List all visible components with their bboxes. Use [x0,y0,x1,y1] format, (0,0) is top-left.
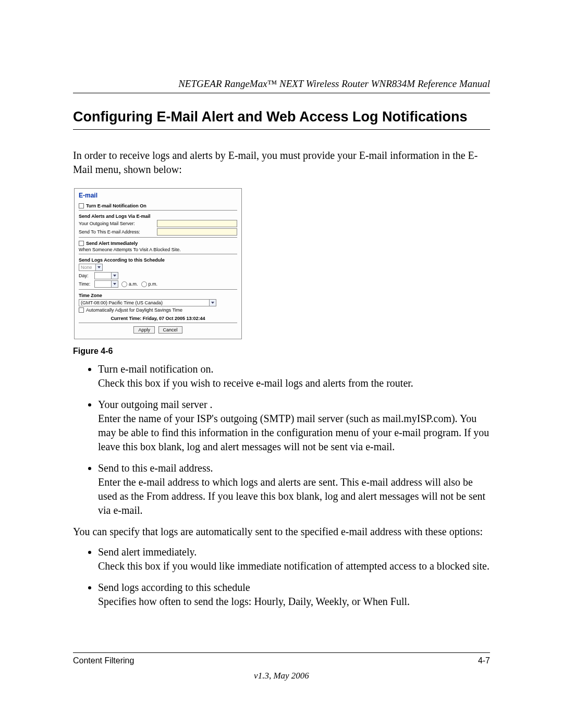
heading-send-alerts-logs: Send Alerts and Logs Via E-mail [79,214,237,219]
bullet-head: Turn e-mail notification on. [98,363,213,375]
footer-left: Content Filtering [73,656,134,665]
select-schedule[interactable]: None [79,264,103,271]
bullet-body: Enter the name of your ISP's outgoing (S… [98,413,489,452]
row-dst: Automatically Adjust for Daylight Saving… [79,307,237,313]
row-time: Time: a.m. p.m. [79,280,237,288]
rule-5 [79,323,237,323]
radio-am[interactable] [121,281,127,287]
rule-4 [79,289,237,290]
bullet-head: Send alert immediately. [98,546,197,558]
chevron-down-icon [209,300,216,306]
mid-paragraph: You can specify that logs are automatica… [73,525,490,539]
row-day: Day: [79,272,237,279]
label-time: Time: [79,281,94,287]
label-turn-notif-on: Turn E-mail Notification On [86,203,146,208]
select-timezone-value: (GMT-08:00) Pacific Time (US Canada) [81,300,163,305]
button-row: Apply Cancel [79,326,237,334]
cancel-button[interactable]: Cancel [158,326,182,334]
figure-email-panel: E-mail Turn E-mail Notification On Send … [74,188,490,339]
figure-caption: Figure 4-6 [73,347,490,356]
heading-schedule: Send Logs According to this Schedule [79,257,237,263]
select-schedule-value: None [81,265,92,270]
label-pm: p.m. [149,281,158,287]
label-alert-immediately: Send Alert Immediately [86,241,138,246]
select-time[interactable] [94,280,118,288]
label-email-address: Send To This E-mail Address: [79,229,157,235]
bullet-send-to-address: Send to this e-mail address. Enter the e… [98,461,490,517]
label-mail-server: Your Outgoing Mail Server: [79,221,157,226]
checkbox-dst[interactable] [79,307,84,313]
footer-page-number: 4-7 [478,656,490,665]
chevron-down-icon [95,264,102,270]
rule-2 [79,237,237,238]
radio-pm[interactable] [141,281,147,287]
chevron-down-icon [111,273,118,279]
bullet-list-2: Send alert immediately. Check this box i… [73,545,490,609]
rule-1 [79,210,237,211]
row-alert-immediately: Send Alert Immediately [79,241,237,246]
apply-button[interactable]: Apply [133,326,155,334]
text-current-time: Current Time: Friday, 07 Oct 2005 13:02:… [79,316,237,321]
bullet-turn-notif-on: Turn e-mail notification on. Check this … [98,362,490,390]
row-mail-server: Your Outgoing Mail Server: [79,220,237,227]
checkbox-turn-notif-on[interactable] [79,203,84,208]
page: NETGEAR RangeMax™ NEXT Wireless Router W… [0,0,563,728]
row-schedule-select: None [79,264,237,271]
text-alert-immediately-desc: When Someone Attempts To Visit A Blocked… [79,247,237,252]
email-config-panel: E-mail Turn E-mail Notification On Send … [74,188,242,339]
panel-title: E-mail [79,192,237,199]
label-am: a.m. [129,281,138,287]
heading-timezone: Time Zone [79,293,237,298]
chevron-down-icon [111,281,118,287]
page-footer: Content Filtering 4-7 v1.3, May 2006 [73,652,490,681]
running-header: NETGEAR RangeMax™ NEXT Wireless Router W… [73,78,490,90]
row-email-address: Send To This E-mail Address: [79,228,237,236]
header-rule [73,93,490,93]
bullet-head: Send to this e-mail address. [98,462,213,474]
select-day[interactable] [94,272,118,279]
title-rule [73,129,490,130]
footer-version: v1.3, May 2006 [73,671,490,681]
rule-3 [79,254,237,254]
bullet-body: Enter the e-mail address to which logs a… [98,476,485,516]
label-day: Day: [79,273,94,278]
bullet-body: Specifies how often to send the logs: Ho… [98,596,410,607]
bullet-outgoing-server: Your outgoing mail server . Enter the na… [98,398,490,454]
bullet-body: Check this box if you wish to receive e-… [98,377,413,389]
row-timezone: (GMT-08:00) Pacific Time (US Canada) [79,299,237,306]
bullet-send-logs-schedule: Send logs according to this schedule Spe… [98,581,490,609]
footer-rule [73,652,490,653]
select-timezone[interactable]: (GMT-08:00) Pacific Time (US Canada) [79,299,216,306]
bullet-list-1: Turn e-mail notification on. Check this … [73,362,490,517]
bullet-head: Send logs according to this schedule [98,582,250,593]
bullet-send-alert-immediately: Send alert immediately. Check this box i… [98,545,490,573]
bullet-body: Check this box if you would like immedia… [98,560,489,572]
row-turn-notif-on: Turn E-mail Notification On [79,203,237,208]
checkbox-alert-immediately[interactable] [79,241,84,246]
input-email-address[interactable] [157,228,237,236]
label-dst: Automatically Adjust for Daylight Saving… [86,307,182,313]
intro-paragraph: In order to receive logs and alerts by E… [73,149,490,177]
input-mail-server[interactable] [157,220,237,227]
section-title: Configuring E-Mail Alert and Web Access … [73,109,490,125]
bullet-head: Your outgoing mail server . [98,399,213,410]
